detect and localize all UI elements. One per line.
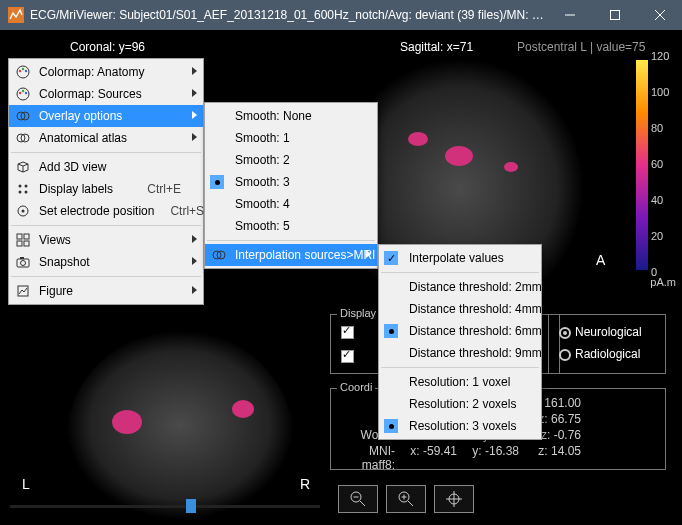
- svg-rect-36: [24, 241, 29, 246]
- source-blob: [445, 146, 473, 166]
- roi-value-label: Postcentral L | value=75: [517, 40, 645, 54]
- orientation-panel: Neurological Radiological: [548, 314, 666, 374]
- colorbar-unit: pA.m: [650, 276, 676, 288]
- menu-item-label: Smooth: 1: [235, 131, 290, 145]
- main-menu-item[interactable]: Figure: [9, 280, 203, 302]
- left-marker: L: [22, 476, 30, 492]
- main-menu-item[interactable]: Colormap: Anatomy: [9, 61, 203, 83]
- main-menu-item[interactable]: Set electrode positionCtrl+S: [9, 200, 203, 222]
- menu-item-label: Anatomical atlas: [39, 131, 127, 145]
- menu-separator: [207, 240, 375, 241]
- coordinate-row: MNI-maff8:x: -59.41y: -16.38z: 14.05: [331, 443, 665, 473]
- colorbar-tick: 80: [651, 122, 676, 134]
- minimize-button[interactable]: [547, 0, 592, 30]
- menu-item-label: Interpolate values: [409, 251, 504, 265]
- submenu-arrow-icon: [192, 257, 197, 265]
- overlay-menu-item[interactable]: Smooth: 2: [205, 149, 377, 171]
- menu-separator: [11, 152, 201, 153]
- svg-point-38: [21, 261, 26, 266]
- viewer-area: Coronal: y=96 Sagittal: x=71 Postcentral…: [0, 30, 682, 525]
- zoom-in-button[interactable]: [386, 485, 426, 513]
- svg-point-21: [22, 90, 24, 92]
- svg-rect-35: [17, 241, 22, 246]
- overlay-menu-item[interactable]: Smooth: 1: [205, 127, 377, 149]
- sagittal-label: Sagittal: x=71: [400, 40, 473, 54]
- display-legend: Display: [337, 307, 379, 319]
- menu-item-label: Views: [39, 233, 71, 247]
- main-menu-item[interactable]: Anatomical atlas: [9, 127, 203, 149]
- main-menu-item[interactable]: Views: [9, 229, 203, 251]
- menu-item-label: Overlay options: [39, 109, 122, 123]
- crosshair-button[interactable]: [434, 485, 474, 513]
- axial-view[interactable]: [65, 330, 295, 520]
- svg-point-18: [25, 70, 27, 72]
- display-check-1[interactable]: [341, 325, 356, 339]
- submenu-arrow-icon: [192, 286, 197, 294]
- menu-item-label: Colormap: Sources: [39, 87, 142, 101]
- palette-icon: [15, 86, 31, 102]
- overlay-menu-item[interactable]: Smooth: 5: [205, 215, 377, 237]
- menu-separator: [11, 276, 201, 277]
- interp-menu-item[interactable]: Distance threshold: 4mm: [379, 298, 541, 320]
- svg-point-16: [19, 70, 21, 72]
- camera-icon: [15, 254, 31, 270]
- menu-item-label: Resolution: 3 voxels: [409, 419, 516, 433]
- source-blob: [232, 400, 254, 418]
- svg-point-27: [19, 185, 22, 188]
- app-icon: [8, 7, 24, 23]
- colorbar-tick: 20: [651, 230, 676, 242]
- submenu-arrow-icon: [192, 235, 197, 243]
- colorbar-tick: 60: [651, 158, 676, 170]
- anterior-marker: A: [596, 252, 605, 268]
- svg-rect-33: [17, 234, 22, 239]
- neurological-radio[interactable]: Neurological: [559, 325, 642, 339]
- menu-item-label: Smooth: 2: [235, 153, 290, 167]
- main-menu-item[interactable]: Colormap: Sources: [9, 83, 203, 105]
- main-menu-item[interactable]: Add 3D view: [9, 156, 203, 178]
- main-menu-item[interactable]: Display labelsCtrl+E: [9, 178, 203, 200]
- overlay-menu-item[interactable]: Interpolation sources>MRI: [205, 244, 377, 266]
- interp-menu-item[interactable]: Resolution: 2 voxels: [379, 393, 541, 415]
- zoom-out-button[interactable]: [338, 485, 378, 513]
- overlay-menu-item[interactable]: Smooth: None: [205, 105, 377, 127]
- menu-item-label: Resolution: 2 voxels: [409, 397, 516, 411]
- overlay-icon: [15, 108, 31, 124]
- svg-rect-39: [20, 257, 24, 259]
- colorbar-tick: 120: [651, 50, 676, 62]
- labels-icon: [15, 181, 31, 197]
- context-menu-main: Colormap: AnatomyColormap: SourcesOverla…: [8, 58, 204, 305]
- maximize-button[interactable]: [592, 0, 637, 30]
- menu-item-label: Display labels: [39, 182, 113, 196]
- interp-menu-item[interactable]: Resolution: 3 voxels: [379, 415, 541, 437]
- svg-line-6: [360, 501, 365, 506]
- radiological-radio[interactable]: Radiological: [559, 347, 640, 361]
- interp-menu-item[interactable]: Resolution: 1 voxel: [379, 371, 541, 393]
- overlay-menu-item[interactable]: Smooth: 3: [205, 171, 377, 193]
- close-button[interactable]: [637, 0, 682, 30]
- threshold-slider[interactable]: [10, 499, 320, 513]
- colorbar: [636, 60, 648, 270]
- interp-menu-item[interactable]: Distance threshold: 6mm: [379, 320, 541, 342]
- menu-item-label: Snapshot: [39, 255, 90, 269]
- submenu-arrow-icon: [192, 133, 197, 141]
- overlay-icon: [211, 247, 227, 263]
- main-menu-item[interactable]: Snapshot: [9, 251, 203, 273]
- interp-menu-item[interactable]: ✓Interpolate values: [379, 247, 541, 269]
- main-menu-item[interactable]: Overlay options: [9, 105, 203, 127]
- menu-item-label: Distance threshold: 6mm: [409, 324, 542, 338]
- layout-icon: [15, 232, 31, 248]
- menu-shortcut: Ctrl+E: [131, 182, 181, 196]
- submenu-arrow-icon: [366, 250, 371, 258]
- source-blob: [504, 162, 518, 172]
- menu-item-label: Interpolation sources>MRI: [235, 248, 375, 262]
- source-blob: [112, 410, 142, 434]
- menu-separator: [11, 225, 201, 226]
- menu-separator: [381, 367, 539, 368]
- submenu-arrow-icon: [192, 67, 197, 75]
- interp-menu-item[interactable]: Distance threshold: 9mm: [379, 342, 541, 364]
- display-check-2[interactable]: [341, 349, 356, 363]
- titlebar: ECG/MriViewer: Subject01/S01_AEF_2013121…: [0, 0, 682, 30]
- overlay-menu-item[interactable]: Smooth: 4: [205, 193, 377, 215]
- svg-rect-34: [24, 234, 29, 239]
- interp-menu-item[interactable]: Distance threshold: 2mm: [379, 276, 541, 298]
